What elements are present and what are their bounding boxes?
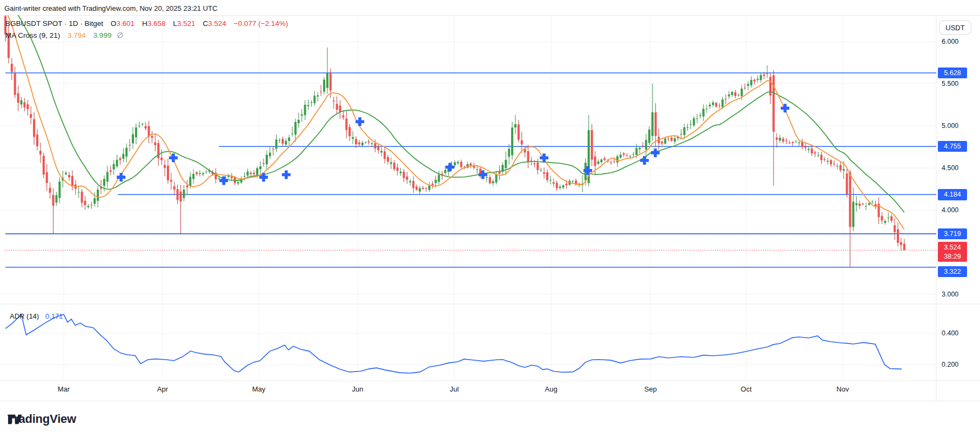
time-axis[interactable]: MarAprMayJunJulAugSepOctNov (0, 381, 936, 401)
chart-canvas[interactable] (0, 15, 980, 401)
visibility-icon[interactable]: ∅ (113, 31, 123, 39)
adr-tick-label: 0.400 (942, 329, 958, 337)
ma-cross-marker (169, 153, 178, 162)
time-axis-label-oct: Oct (741, 385, 751, 393)
time-axis-label-jun: Jun (352, 385, 363, 393)
ma-cross-marker (651, 149, 660, 157)
candlesticks (4, 15, 905, 267)
adr-name: ADR (14) (10, 312, 39, 320)
time-axis-label-nov: Nov (836, 385, 849, 393)
open-value: 3.601 (116, 19, 135, 28)
ma-slow-value: 3.999 (93, 31, 112, 39)
time-axis-label-jul: Jul (449, 385, 459, 393)
low-label: L (173, 19, 177, 28)
tradingview-logo-icon (8, 412, 22, 427)
price-tick-label: 4.500 (942, 164, 958, 172)
ma-fast-line (5, 15, 904, 230)
price-tick-label: 6.000 (942, 38, 958, 45)
high-value: 3.658 (147, 19, 166, 28)
close-value: 3.524 (208, 19, 226, 28)
price-axis[interactable]: 6.0005.5005.0004.5004.0003.0000.4000.200… (936, 15, 980, 401)
ma-cross-marker (282, 170, 291, 179)
open-label: O (111, 19, 117, 28)
time-axis-label-mar: Mar (58, 385, 70, 393)
time-axis-label-apr: Apr (157, 385, 168, 393)
ma-cross-marker (640, 156, 649, 165)
adr-tick-label: 0.200 (942, 361, 958, 368)
ma-slow-line (5, 15, 904, 212)
symbol-legend[interactable]: BGBUSDT SPOT · 1D · Bitget O3.601 H3.658… (5, 19, 288, 28)
level-price-badge[interactable]: 3.719 (938, 228, 967, 239)
current-price-badge[interactable]: 3.52438:29 (938, 242, 967, 262)
price-tick-label: 4.000 (942, 206, 958, 214)
time-axis-label-sep: Sep (645, 385, 657, 393)
attribution-text: Gaint-writer created with TradingView.co… (4, 4, 217, 12)
level-price-badge[interactable]: 4.755 (938, 141, 967, 152)
ma-cross-marker (446, 163, 454, 171)
change-value: −0.077 (−2.14%) (234, 19, 288, 28)
symbol-title: BGBUSDT SPOT · 1D · Bitget (5, 19, 103, 28)
time-axis-label-may: May (252, 385, 266, 393)
ma-cross-marker (117, 173, 125, 181)
ma-fast-value: 3.794 (68, 31, 86, 39)
price-tick-label: 5.500 (942, 80, 958, 87)
ma-cross-legend[interactable]: MA Cross (9, 21) 3.794 3.999 ∅ (5, 31, 123, 39)
tradingview-logo[interactable]: TradingView (8, 412, 76, 426)
price-tick-label: 5.000 (942, 122, 958, 130)
ma-cross-marker (781, 104, 789, 112)
tradingview-chart-page: Gaint-writer created with TradingView.co… (0, 0, 980, 445)
time-axis-label-aug: Aug (545, 385, 558, 393)
adr-value: 0.171 (41, 312, 63, 320)
level-price-badge[interactable]: 5.628 (938, 68, 967, 78)
level-price-badge[interactable]: 4.184 (938, 189, 967, 200)
price-tick-label: 3.000 (942, 291, 958, 298)
adr-legend[interactable]: ADR (14) 0.171 (10, 312, 63, 320)
ma-cross-name: MA Cross (9, 21) (5, 31, 60, 39)
ma-cross-marker (355, 117, 364, 126)
close-label: C (203, 19, 208, 28)
footer-divider (0, 401, 980, 401)
level-price-badge[interactable]: 3.322 (938, 266, 967, 277)
chart-area[interactable]: BGBUSDT SPOT · 1D · Bitget O3.601 H3.658… (0, 15, 980, 401)
low-value: 3.521 (177, 19, 196, 28)
high-label: H (142, 19, 147, 28)
